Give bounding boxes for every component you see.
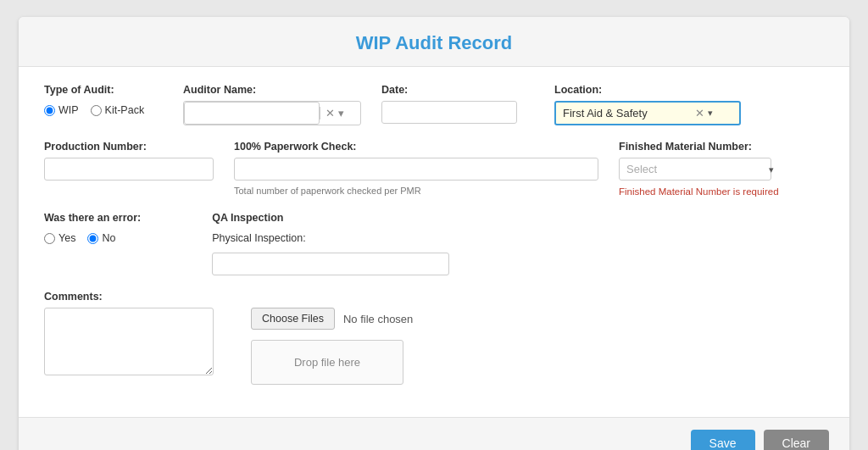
auditor-chevron-icon[interactable]: ▾ — [338, 107, 344, 119]
qa-inspection-group: QA Inspection Physical Inspection: NA — [212, 212, 449, 275]
yes-label: Yes — [58, 232, 75, 244]
save-button[interactable]: Save — [691, 430, 755, 450]
audit-type-radio-group: WIP Kit-Pack — [44, 104, 163, 118]
wip-radio-label[interactable]: WIP — [44, 104, 79, 116]
paperwork-check-group: 100% Paperwork Check: Total number of pa… — [234, 141, 598, 196]
physical-inspection-label: Physical Inspection: — [212, 232, 449, 244]
auditor-name-label: Auditor Name: — [183, 84, 361, 96]
card-header: WIP Audit Record — [19, 17, 849, 67]
auditor-name-group: Auditor Name: ✕ ▾ — [183, 84, 361, 125]
row-2: Production Number: 100% Paperwork Check:… — [44, 141, 824, 197]
kit-pack-radio-text: Kit-Pack — [105, 104, 145, 116]
date-label: Date: — [381, 84, 534, 96]
error-radio-group: Yes No — [44, 232, 141, 246]
auditor-name-input[interactable] — [184, 102, 320, 125]
finished-select-wrapper: Select ▾ — [619, 158, 779, 181]
no-file-text: No file chosen — [343, 313, 413, 325]
yes-radio-label[interactable]: Yes — [44, 232, 75, 244]
physical-inspection-input[interactable]: NA — [212, 253, 449, 275]
production-number-label: Production Number: — [44, 141, 214, 153]
error-label: Was there an error: — [44, 212, 141, 224]
paperwork-check-input[interactable] — [234, 158, 598, 181]
no-radio-label[interactable]: No — [87, 232, 115, 244]
date-group: Date: 11/13/2024 — [381, 84, 534, 124]
no-label: No — [102, 232, 115, 244]
paperwork-hint: Total number of paperwork checked per PM… — [234, 186, 598, 196]
no-radio[interactable] — [87, 233, 98, 244]
card-footer: Save Clear — [19, 417, 849, 450]
yes-radio[interactable] — [44, 233, 55, 244]
comments-label: Comments: — [44, 291, 214, 303]
row-1: Type of Audit: WIP Kit-Pack Auditor Name… — [44, 84, 824, 125]
drop-zone-text: Drop file here — [294, 356, 360, 369]
page-title: WIP Audit Record — [39, 32, 829, 54]
location-chevron-icon: ▾ — [708, 108, 718, 119]
choose-files-wrapper: Choose Files No file chosen — [251, 308, 413, 330]
row-4: Comments: Choose Files No file chosen Dr… — [44, 291, 824, 385]
location-clear-icon[interactable]: ✕ — [692, 107, 708, 119]
qa-inspection-label: QA Inspection — [212, 212, 449, 224]
comments-group: Comments: — [44, 291, 214, 375]
finished-material-group: Finished Material Number: Select ▾ Finis… — [619, 141, 779, 197]
location-select[interactable]: First Aid & Safety Warehouse Office Lab — [556, 103, 692, 124]
finished-material-label: Finished Material Number: — [619, 141, 779, 153]
type-of-audit-label: Type of Audit: — [44, 84, 163, 96]
file-upload-group: Choose Files No file chosen Drop file he… — [251, 291, 413, 385]
location-label: Location: — [554, 84, 741, 96]
choose-files-button[interactable]: Choose Files — [251, 308, 335, 330]
auditor-input-wrapper: ✕ ▾ — [183, 101, 361, 125]
row-3: Was there an error: Yes No QA Inspection… — [44, 212, 824, 275]
form-body: Type of Audit: WIP Kit-Pack Auditor Name… — [19, 67, 849, 417]
kit-pack-radio-label[interactable]: Kit-Pack — [91, 104, 145, 116]
comments-textarea[interactable] — [44, 308, 214, 375]
wip-radio[interactable] — [44, 105, 55, 116]
finished-material-select[interactable]: Select — [619, 158, 771, 181]
finished-material-error: Finished Material Number is required — [619, 186, 779, 197]
auditor-clear-icon[interactable]: ✕ — [326, 107, 335, 119]
error-group: Was there an error: Yes No — [44, 212, 141, 246]
paperwork-check-label: 100% Paperwork Check: — [234, 141, 598, 153]
location-select-wrapper: First Aid & Safety Warehouse Office Lab … — [554, 101, 741, 125]
auditor-icons: ✕ ▾ — [320, 107, 349, 119]
date-input[interactable]: 11/13/2024 — [381, 101, 517, 124]
production-number-group: Production Number: — [44, 141, 214, 181]
wip-radio-text: WIP — [58, 104, 79, 116]
kit-pack-radio[interactable] — [91, 105, 102, 116]
wip-audit-card: WIP Audit Record Type of Audit: WIP Kit-… — [19, 17, 849, 450]
clear-button[interactable]: Clear — [764, 430, 829, 450]
type-of-audit-group: Type of Audit: WIP Kit-Pack — [44, 84, 163, 118]
drop-zone[interactable]: Drop file here — [251, 340, 403, 385]
production-number-input[interactable] — [44, 158, 214, 181]
location-group: Location: First Aid & Safety Warehouse O… — [554, 84, 741, 125]
